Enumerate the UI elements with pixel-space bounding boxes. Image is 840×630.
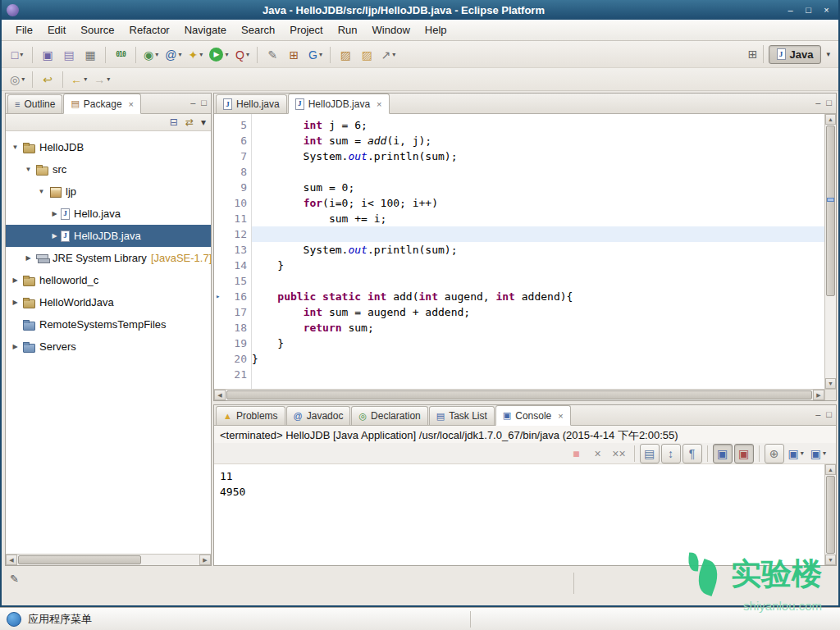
code-line[interactable]: }	[252, 258, 824, 273]
app-menu-label[interactable]: 应用程序菜单	[28, 612, 92, 627]
open-console-button[interactable]: ▣▾	[808, 444, 829, 463]
code-line[interactable]	[252, 226, 824, 242]
code-line[interactable]: }	[252, 336, 824, 351]
expand-arrow-icon[interactable]: ▶	[9, 276, 21, 284]
coverage-button[interactable]: Q▾	[232, 45, 252, 65]
remove-all-launches-button[interactable]: ××	[609, 444, 629, 463]
tab-javadoc[interactable]: @Javadoc	[286, 406, 351, 425]
minimize-view-button[interactable]: –	[815, 98, 820, 107]
binary-view-button[interactable]: 010	[111, 45, 130, 65]
save-all-button[interactable]: ▤	[59, 45, 79, 65]
code-line[interactable]: int sum = augend + addend;	[252, 304, 824, 320]
open-web-browser-button[interactable]: G▾	[305, 45, 325, 65]
tab-hellojdb-java[interactable]: JHelloJDB.java×	[288, 94, 390, 114]
tab-task-list[interactable]: ▤Task List	[429, 406, 495, 425]
minimize-view-button[interactable]: –	[815, 410, 820, 419]
show-on-stderr-button[interactable]: ▣	[734, 444, 754, 463]
show-on-stdout-button[interactable]: ▣	[713, 444, 733, 463]
debug-button[interactable]: ◉▾	[141, 45, 161, 65]
code-line[interactable]: sum += i;	[252, 211, 824, 226]
editor-code[interactable]: int j = 6; int sum = add(i, j); System.o…	[252, 114, 824, 389]
code-line[interactable]	[252, 273, 824, 289]
editor-vscrollbar[interactable]: ▲ ▼	[824, 114, 836, 389]
tab-package[interactable]: ▤Package×	[63, 94, 141, 114]
code-line[interactable]: System.out.println(sum);	[252, 148, 824, 164]
tree-item-hellojdb[interactable]: ▼HelloJDB	[6, 136, 211, 158]
scroll-right-icon[interactable]: ▶	[199, 555, 211, 565]
menu-refactor[interactable]: Refactor	[122, 21, 177, 39]
display-console-button[interactable]: ▣▾	[786, 444, 806, 463]
scroll-right-icon[interactable]: ▶	[813, 390, 824, 400]
close-tab-icon[interactable]: ×	[558, 411, 563, 421]
scroll-up-icon[interactable]: ▲	[825, 464, 836, 475]
clear-console-button[interactable]: ▤	[640, 444, 660, 463]
run-button[interactable]: ▶▾	[207, 45, 231, 65]
editor-hscrollbar[interactable]: ◀ ▶	[214, 389, 824, 400]
menu-help[interactable]: Help	[418, 21, 454, 39]
java-perspective-button[interactable]: J Java	[769, 45, 822, 64]
expand-arrow-icon[interactable]: ▶	[48, 232, 61, 240]
minimize-button[interactable]: –	[783, 3, 797, 16]
code-line[interactable]: int sum = add(i, j);	[252, 133, 824, 148]
new-snippet-button[interactable]: ✦▾	[185, 45, 205, 65]
expand-arrow-icon[interactable]: ▼	[35, 188, 48, 195]
back-button[interactable]: ←▾	[68, 70, 89, 89]
remove-launch-button[interactable]: ×	[588, 444, 608, 463]
fast-view-icon[interactable]: ✎	[10, 573, 19, 585]
pin-editor-button[interactable]: ◎▾	[7, 70, 27, 89]
tree-item-servers[interactable]: ▶Servers	[6, 336, 211, 358]
menu-search[interactable]: Search	[234, 21, 282, 39]
expand-arrow-icon[interactable]: ▶	[9, 343, 21, 350]
maximize-view-button[interactable]: □	[826, 410, 832, 419]
last-edit-location-button[interactable]: ↩	[38, 70, 57, 89]
menu-window[interactable]: Window	[365, 21, 418, 39]
menu-file[interactable]: File	[8, 21, 40, 39]
word-wrap-button[interactable]: ¶	[682, 444, 702, 463]
tree-item-hellojdb-java[interactable]: ▶JHelloJDB.java	[6, 225, 211, 247]
search-button[interactable]: ▨	[357, 45, 377, 65]
scroll-up-icon[interactable]: ▲	[825, 114, 836, 125]
minimize-view-button[interactable]: –	[190, 98, 195, 107]
forward-button[interactable]: →▾	[91, 70, 112, 89]
code-line[interactable]: }	[252, 351, 824, 367]
expand-arrow-icon[interactable]: ▼	[9, 144, 21, 151]
annotations-button[interactable]: @▾	[162, 45, 184, 65]
menu-source[interactable]: Source	[73, 21, 121, 39]
code-line[interactable]: for(i=0; i< 100; i++)	[252, 195, 824, 211]
tab-console[interactable]: ▣Console×	[495, 405, 571, 426]
close-tab-icon[interactable]: ×	[377, 99, 381, 109]
maximize-view-button[interactable]: □	[201, 98, 207, 107]
menu-navigate[interactable]: Navigate	[177, 21, 234, 39]
vscroll-thumb[interactable]	[826, 476, 835, 554]
tab-problems[interactable]: ▲Problems	[216, 406, 285, 425]
open-perspective-icon[interactable]: ⊞	[748, 48, 758, 61]
tree-item-remotesystemstempfiles[interactable]: RemoteSystemsTempFiles	[6, 313, 211, 336]
code-line[interactable]: sum = 0;	[252, 180, 824, 195]
hscroll-thumb[interactable]	[226, 390, 812, 399]
tab-outline[interactable]: ≡Outline	[7, 94, 62, 113]
link-with-editor-button[interactable]: ⇄	[185, 117, 194, 127]
expand-arrow-icon[interactable]: ▶	[22, 254, 34, 262]
code-line[interactable]: return sum;	[252, 320, 824, 336]
tree-item-jre-system-library[interactable]: ▶JRE System Library[JavaSE-1.7]	[6, 247, 211, 269]
collapse-all-button[interactable]: ⊟	[170, 117, 178, 127]
external-tools-button[interactable]: ↗▾	[378, 45, 398, 65]
editor-body[interactable]: 56789101112131415▸161718192021 int j = 6…	[214, 114, 824, 389]
hscroll-thumb[interactable]	[18, 555, 141, 564]
menu-run[interactable]: Run	[331, 21, 365, 39]
package-tree-hscrollbar[interactable]: ◀ ▶	[6, 554, 211, 565]
vscroll-thumb[interactable]	[826, 126, 835, 296]
tree-item-ljp[interactable]: ▼ljp	[6, 180, 211, 203]
tree-item-helloworld-c[interactable]: ▶helloworld_c	[6, 269, 211, 291]
console-vscrollbar[interactable]: ▲ ▼	[824, 464, 836, 565]
expand-arrow-icon[interactable]: ▶	[9, 299, 21, 306]
app-menu-icon[interactable]	[7, 612, 21, 627]
close-tab-icon[interactable]: ×	[129, 99, 134, 109]
code-line[interactable]	[252, 367, 824, 382]
mark-occurrences-button[interactable]: ✎	[262, 45, 282, 65]
tab-hello-java[interactable]: JHello.java	[216, 94, 287, 113]
terminate-button[interactable]: ■	[567, 444, 587, 463]
close-button[interactable]: ×	[819, 3, 833, 16]
scroll-down-icon[interactable]: ▼	[825, 378, 836, 389]
code-line[interactable]: public static int add(int augend, int ad…	[252, 289, 824, 304]
